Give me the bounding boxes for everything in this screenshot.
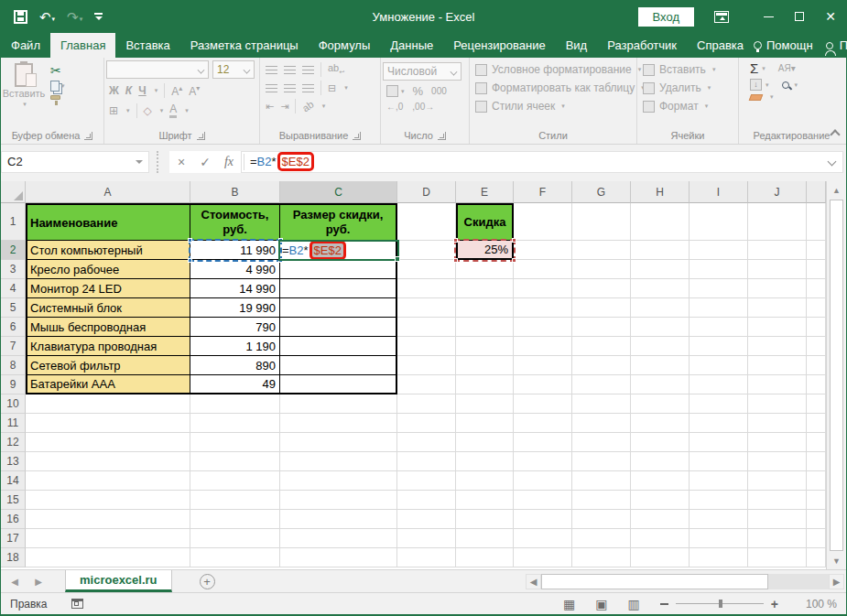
cell-D14[interactable] (397, 471, 456, 491)
cell-H9[interactable] (631, 375, 690, 394)
scroll-down-icon[interactable]: ▼ (827, 552, 846, 569)
cell-H8[interactable] (631, 356, 690, 375)
cell-B12[interactable] (190, 433, 280, 452)
page-break-view-icon[interactable]: ▥ (628, 598, 640, 611)
cell-F15[interactable] (514, 491, 572, 510)
cell-B8[interactable]: 890 (190, 356, 280, 375)
cell-I10[interactable] (690, 394, 748, 414)
cell-G2[interactable] (572, 241, 631, 260)
cell-A18[interactable] (26, 548, 190, 567)
cell-J8[interactable] (748, 356, 807, 375)
cell-B15[interactable] (190, 491, 280, 510)
format-cells-button[interactable]: Формат▾ (643, 97, 736, 115)
row-header-2[interactable]: 2 (1, 241, 26, 260)
column-header-G[interactable]: G (572, 181, 631, 203)
cell-J9[interactable] (748, 375, 807, 394)
cell-H4[interactable] (631, 279, 690, 298)
cell-B7[interactable]: 1 190 (190, 337, 280, 356)
cell-H7[interactable] (631, 337, 690, 356)
bold-button[interactable]: Ж (109, 84, 119, 97)
row-header-6[interactable]: 6 (1, 318, 26, 337)
cell-partial-16[interactable] (807, 510, 826, 529)
namebox-dropdown-icon[interactable] (136, 160, 143, 164)
name-box[interactable]: C2 (1, 151, 149, 173)
cell-J1[interactable] (748, 203, 807, 241)
increase-decimal-icon[interactable]: ←,0 (386, 102, 403, 112)
tab-view[interactable]: Вид (556, 33, 598, 58)
cell-H5[interactable] (631, 298, 690, 318)
row-header-8[interactable]: 8 (1, 356, 26, 375)
scroll-left-icon[interactable]: ◀ (526, 574, 541, 589)
column-header-E[interactable]: E (456, 181, 514, 203)
cell-H12[interactable] (631, 433, 690, 452)
cell-F5[interactable] (514, 298, 572, 318)
cell-I7[interactable] (690, 337, 748, 356)
close-button[interactable]: ✕ (815, 0, 846, 33)
next-sheet-icon[interactable]: ▶ (28, 570, 49, 592)
cell-I6[interactable] (690, 318, 748, 337)
sign-in-button[interactable]: Вход (638, 7, 694, 27)
font-dialog-launcher[interactable] (197, 132, 205, 140)
row-header-14[interactable]: 14 (1, 471, 26, 491)
cell-C11[interactable] (280, 414, 397, 433)
cell-F8[interactable] (514, 356, 572, 375)
row-header-3[interactable]: 3 (1, 260, 26, 279)
cell-H11[interactable] (631, 414, 690, 433)
cell-C3[interactable] (280, 260, 397, 279)
expand-formula-bar-icon[interactable] (828, 157, 837, 167)
cancel-entry-button[interactable]: × (169, 151, 193, 173)
align-middle-icon[interactable] (284, 66, 296, 74)
cell-J18[interactable] (748, 548, 807, 567)
cell-F14[interactable] (514, 471, 572, 491)
comma-style-button[interactable]: 000 (431, 86, 447, 96)
scroll-right-icon[interactable]: ▶ (829, 574, 844, 589)
cell-partial-2[interactable] (807, 241, 826, 260)
cell-J2[interactable] (748, 241, 807, 260)
cell-partial-13[interactable] (807, 452, 826, 471)
cell-I5[interactable] (690, 298, 748, 318)
cell-A12[interactable] (26, 433, 190, 452)
row-header-12[interactable]: 12 (1, 433, 26, 452)
cell-F12[interactable] (514, 433, 572, 452)
cell-D10[interactable] (397, 394, 456, 414)
cell-G6[interactable] (572, 318, 631, 337)
align-left-icon[interactable] (266, 84, 277, 92)
formula-bar-splitter[interactable] (157, 151, 166, 173)
cell-D11[interactable] (397, 414, 456, 433)
autosum-button[interactable]: Σ (750, 60, 758, 76)
cell-partial-3[interactable] (807, 260, 826, 279)
cell-E12[interactable] (456, 433, 514, 452)
merge-center-button[interactable]: ⊟ (328, 82, 336, 94)
undo-button[interactable]: ↶▾ (39, 10, 55, 24)
column-header-A[interactable]: A (26, 181, 190, 203)
zoom-level[interactable]: 100 % (798, 598, 837, 611)
cell-D13[interactable] (397, 452, 456, 471)
sheet-tab-active[interactable]: microexcel.ru (65, 570, 172, 592)
cell-E1[interactable]: Скидка (456, 203, 514, 241)
cell-B14[interactable] (190, 471, 280, 491)
cell-J16[interactable] (748, 510, 807, 529)
cell-A13[interactable] (26, 452, 190, 471)
save-icon[interactable] (14, 10, 27, 24)
page-layout-view-icon[interactable]: ▣ (595, 598, 607, 611)
cell-I14[interactable] (690, 471, 748, 491)
cell-A11[interactable] (26, 414, 190, 433)
cell-partial-10[interactable] (807, 394, 826, 414)
cell-A3[interactable]: Кресло рабочее (26, 260, 190, 279)
cell-A9[interactable]: Батарейки AAA (26, 375, 190, 394)
cell-D12[interactable] (397, 433, 456, 452)
row-header-15[interactable]: 15 (1, 491, 26, 510)
delete-cells-button[interactable]: Удалить▾ (643, 79, 736, 97)
cell-I16[interactable] (690, 510, 748, 529)
cell-H17[interactable] (631, 529, 690, 548)
cell-E10[interactable] (456, 394, 514, 414)
row-header-11[interactable]: 11 (1, 414, 26, 433)
cell-C7[interactable] (280, 337, 397, 356)
tab-formulas[interactable]: Формулы (309, 33, 381, 58)
clipboard-dialog-launcher[interactable] (84, 132, 92, 140)
row-header-17[interactable]: 17 (1, 529, 26, 548)
cell-F3[interactable] (514, 260, 572, 279)
underline-button[interactable]: Ч (138, 84, 146, 97)
vertical-scrollbar[interactable]: ▲ ▼ (826, 181, 846, 569)
cell-A7[interactable]: Клавиатура проводная (26, 337, 190, 356)
